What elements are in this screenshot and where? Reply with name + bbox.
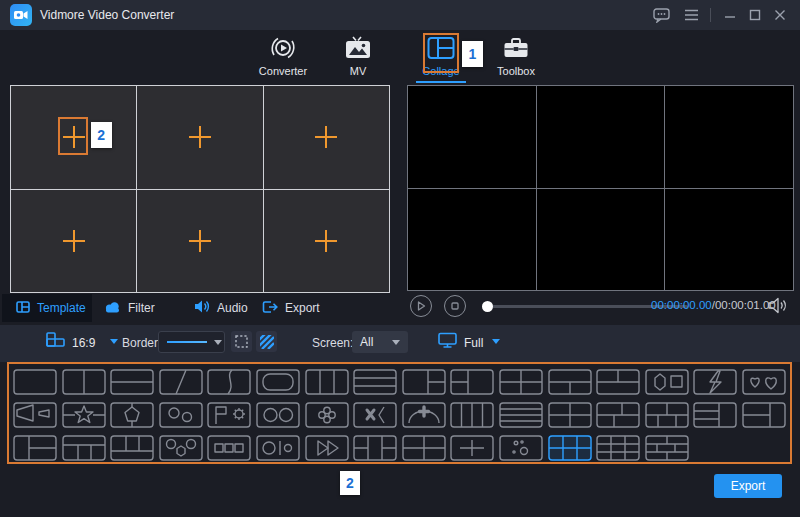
ratio-dropdown-caret[interactable] <box>110 339 118 344</box>
template-hearts[interactable] <box>742 369 786 395</box>
template-arch-clover[interactable] <box>402 402 446 428</box>
tab-export[interactable]: Export <box>262 294 320 322</box>
template-split-h[interactable] <box>110 369 154 395</box>
collage-cell[interactable] <box>264 190 389 293</box>
volume-icon[interactable] <box>768 297 788 317</box>
template-hex-square[interactable] <box>645 369 689 395</box>
template-grid-3x3[interactable] <box>596 435 640 461</box>
template-grid-3x2[interactable] <box>548 435 592 461</box>
collage-cell[interactable] <box>137 86 262 189</box>
template-grid-brick[interactable] <box>645 435 689 461</box>
template-left2-right1[interactable] <box>450 369 494 395</box>
add-video-plus-icon[interactable] <box>189 126 211 148</box>
template-circles-hex[interactable] <box>159 435 203 461</box>
template-left1-right2rows[interactable] <box>13 435 57 461</box>
template-fast-forward[interactable] <box>305 435 349 461</box>
ratio-value: 16:9 <box>72 336 95 350</box>
template-circles-2-small[interactable] <box>159 402 203 428</box>
template-pentagon[interactable] <box>110 402 154 428</box>
template-left1-right2[interactable] <box>402 369 446 395</box>
app-logo-icon <box>10 4 32 26</box>
feedback-icon[interactable] <box>652 7 670 23</box>
audio-icon <box>194 300 210 316</box>
template-cols2-hsplit[interactable] <box>353 435 397 461</box>
nav-tab-toolbox[interactable]: Toolbox <box>481 34 551 82</box>
menu-icon[interactable] <box>682 7 700 23</box>
screen-label: Screen: <box>312 336 353 350</box>
nav-tab-label: Collage <box>422 65 459 77</box>
add-video-plus-icon[interactable] <box>63 126 85 148</box>
stop-button[interactable] <box>444 295 466 317</box>
template-megaphone[interactable] <box>13 402 57 428</box>
export-button[interactable]: Export <box>714 474 782 498</box>
template-grid-2x2-c[interactable] <box>450 435 494 461</box>
template-star-banner[interactable] <box>62 402 106 428</box>
template-grid-mixed-a[interactable] <box>596 402 640 428</box>
template-rows2-bottom2[interactable] <box>548 369 592 395</box>
tab-label: Filter <box>128 301 155 315</box>
template-blank[interactable] <box>13 369 57 395</box>
display-dropdown-caret[interactable] <box>492 339 500 344</box>
add-video-plus-icon[interactable] <box>63 230 85 252</box>
template-split-v[interactable] <box>62 369 106 395</box>
template-row-1 <box>13 402 786 428</box>
tab-label: Audio <box>217 301 248 315</box>
tab-audio[interactable]: Audio <box>194 294 248 322</box>
annotation-step1-badge: 1 <box>462 41 483 67</box>
screen-dropdown[interactable]: All <box>352 331 408 353</box>
nav-tab-mv[interactable]: MV <box>323 34 393 82</box>
collage-cell[interactable] <box>11 190 136 293</box>
template-left2rows-right1[interactable] <box>693 402 737 428</box>
template-rows-4[interactable] <box>499 402 543 428</box>
tab-filter[interactable]: Filter <box>104 294 155 322</box>
template-icon <box>16 301 30 316</box>
template-circles-2[interactable] <box>256 402 300 428</box>
border-color-button[interactable] <box>256 331 277 352</box>
nav-tab-converter[interactable]: Converter <box>248 34 318 82</box>
time-display: 00:00:00.00/00:00:01.00 <box>651 299 776 311</box>
template-top1-bottom3[interactable] <box>62 435 106 461</box>
template-lightning[interactable] <box>693 369 737 395</box>
template-rows2-right-col[interactable] <box>742 402 786 428</box>
minimize-button[interactable] <box>721 7 739 23</box>
progress-knob[interactable] <box>482 301 493 312</box>
display-icon <box>438 332 457 351</box>
template-squares-3[interactable] <box>207 435 251 461</box>
export-icon <box>262 300 278 317</box>
template-rounded-frame[interactable] <box>256 369 300 395</box>
template-dots-scatter[interactable] <box>499 435 543 461</box>
template-grid-cross[interactable] <box>402 435 446 461</box>
template-top3-bottom1[interactable] <box>110 435 154 461</box>
mv-icon <box>345 34 371 62</box>
template-grid-mixed-b[interactable] <box>645 402 689 428</box>
border-label: Border: <box>122 336 161 350</box>
template-split-curve[interactable] <box>207 369 251 395</box>
template-rows-3[interactable] <box>353 369 397 395</box>
close-button[interactable] <box>771 7 789 23</box>
add-video-plus-icon[interactable] <box>315 230 337 252</box>
template-grid-2x2-a[interactable] <box>499 369 543 395</box>
collage-cell[interactable] <box>264 86 389 189</box>
collage-cell[interactable]: 2 <box>11 86 136 189</box>
collage-cell[interactable] <box>137 190 262 293</box>
annotation-step2-badge: 2 <box>91 122 112 148</box>
template-rows2-top2[interactable] <box>596 369 640 395</box>
template-split-diag[interactable] <box>159 369 203 395</box>
play-button[interactable] <box>410 295 432 317</box>
maximize-button[interactable] <box>746 7 764 23</box>
template-circle-lens[interactable] <box>256 435 300 461</box>
total-time: 00:00:01.00 <box>715 299 776 311</box>
border-style-dropdown[interactable] <box>158 331 225 353</box>
template-cols-3[interactable] <box>305 369 349 395</box>
screen-dropdown-caret <box>392 340 400 345</box>
template-cols-4[interactable] <box>450 402 494 428</box>
template-flag-gear[interactable] <box>207 402 251 428</box>
template-x-bracket[interactable] <box>353 402 397 428</box>
tab-template[interactable]: Template <box>2 294 92 322</box>
template-grid-2x2[interactable] <box>548 402 592 428</box>
add-video-plus-icon[interactable] <box>189 230 211 252</box>
nav-tab-label: MV <box>350 65 367 77</box>
add-video-plus-icon[interactable] <box>315 126 337 148</box>
template-puzzle[interactable] <box>305 402 349 428</box>
border-dash-button[interactable] <box>231 331 252 352</box>
